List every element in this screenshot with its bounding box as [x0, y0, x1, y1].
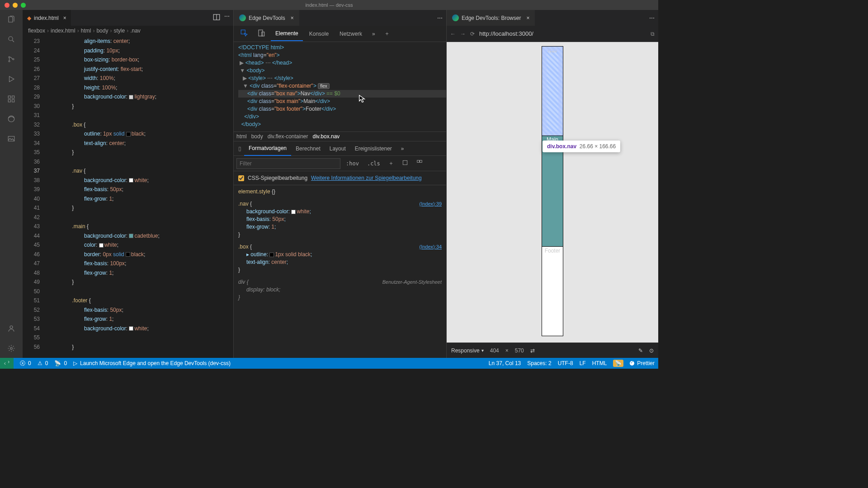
new-rule-icon[interactable]: ＋ [386, 159, 396, 168]
styles-tab-ereignis[interactable]: Ereignislistener [350, 142, 396, 155]
svg-point-10 [10, 326, 13, 328]
dom-tree[interactable]: <!DOCTYPE html> <html lang="en"> ▶ <head… [234, 42, 446, 131]
css-mirror-label: CSS-Spiegelbearbeitung [248, 175, 307, 181]
tab-network[interactable]: Netzwerk [335, 27, 367, 41]
search-icon[interactable] [5, 33, 17, 45]
css-mirror-checkbox[interactable] [238, 175, 244, 181]
activity-bar [0, 10, 23, 358]
viewport-width[interactable]: 404 [490, 347, 499, 354]
browser-panel: Edge DevTools: Browser × ⋯ ← → ⟳ http://… [447, 10, 658, 358]
close-icon[interactable]: × [291, 15, 294, 21]
prettier-status[interactable]: Prettier [630, 360, 655, 366]
editor-tab[interactable]: ◆ index.html × [23, 10, 71, 26]
settings-gear-icon[interactable] [5, 343, 17, 354]
split-editor-icon[interactable] [212, 13, 221, 23]
css-mirror-row: CSS-Spiegelbearbeitung Weitere Informati… [234, 171, 446, 185]
minimize-window[interactable] [13, 3, 18, 8]
maximize-window[interactable] [21, 3, 26, 8]
close-icon[interactable]: × [526, 15, 529, 21]
tab-console[interactable]: Konsole [305, 27, 333, 41]
more-tabs-icon[interactable]: » [368, 28, 379, 40]
styles-tab-berechnet[interactable]: Berechnet [291, 142, 325, 155]
svg-rect-5 [12, 96, 14, 98]
css-mirror-link[interactable]: Weitere Informationen zur Spiegelbearbei… [311, 175, 422, 181]
devtools-toolbar: Elemente Konsole Netzwerk » ＋ [234, 26, 446, 42]
drawer-icon[interactable]: ▯ [236, 145, 244, 152]
inspect-tooltip: div.box.nav 26.66 × 166.66 [542, 141, 620, 152]
account-icon[interactable] [5, 323, 17, 334]
hov-toggle[interactable]: :hov [343, 160, 362, 168]
device-toolbar: Responsive ▾ 404 × 570 ⇄ ✎ ⊙ [447, 343, 658, 358]
traffic-lights [0, 3, 26, 8]
styles-tab-formatvorlagen[interactable]: Formatvorlagen [244, 141, 291, 156]
editor-panel: ◆ index.html × ⋯ flexbox›index.html›html… [23, 10, 234, 358]
window-title: index.html — dev-css [305, 2, 353, 8]
close-tab-icon[interactable]: × [63, 15, 66, 21]
styles-tabs: ▯ Formatvorlagen Berechnet Layout Ereign… [234, 141, 446, 156]
launch-hint[interactable]: ▷ Launch Microsoft Edge and open the Edg… [73, 360, 231, 366]
code-editor[interactable]: 2324252627282930313233343536373839404142… [23, 36, 233, 358]
forward-icon[interactable]: → [460, 31, 466, 37]
encoding[interactable]: UTF-8 [558, 360, 573, 366]
computed-icon[interactable] [399, 159, 411, 168]
browser-tab[interactable]: Edge DevTools: Browser × [447, 10, 535, 26]
device-toggle-icon[interactable] [254, 26, 269, 41]
run-debug-icon[interactable] [5, 73, 17, 85]
styles-filter-input[interactable] [236, 158, 340, 169]
browser-toolbar: ← → ⟳ http://localhost:3000/ ⧉ [447, 26, 658, 42]
breadcrumb[interactable]: flexbox›index.html›html›body›style›.nav [23, 26, 233, 36]
svg-rect-4 [8, 96, 10, 98]
more-styles-tabs-icon[interactable]: » [396, 142, 409, 155]
preview-nav: Nav [542, 47, 563, 136]
port-indicator[interactable]: 📡 [613, 360, 623, 367]
tab-elements[interactable]: Elemente [271, 27, 303, 41]
edge-devtools-icon[interactable] [5, 113, 17, 125]
devtools-tab[interactable]: Edge DevTools × [234, 10, 299, 26]
edge-icon [239, 14, 246, 21]
svg-point-3 [13, 59, 14, 60]
close-window[interactable] [5, 3, 9, 8]
window-titlebar: index.html — dev-css [0, 0, 658, 10]
styles-tab-layout[interactable]: Layout [325, 142, 350, 155]
viewport-height[interactable]: 570 [515, 347, 524, 354]
problems-warnings[interactable]: ⚠ 0 [38, 360, 48, 366]
svg-rect-17 [417, 160, 420, 163]
url-bar[interactable]: http://localhost:3000/ [479, 30, 646, 37]
eol[interactable]: LF [580, 360, 586, 366]
extensions-icon[interactable] [5, 93, 17, 105]
svg-rect-6 [8, 100, 10, 102]
svg-rect-16 [403, 160, 407, 164]
tab-label: index.html [34, 15, 59, 21]
cursor-position[interactable]: Ln 37, Col 13 [489, 360, 521, 366]
more-actions-icon[interactable]: ⋯ [224, 13, 230, 23]
device-select[interactable]: Responsive ▾ [451, 347, 484, 354]
more-icon[interactable]: ⋯ [437, 15, 446, 21]
source-control-icon[interactable] [5, 53, 17, 65]
problems-errors[interactable]: ⓧ 0 [20, 360, 31, 367]
ports[interactable]: 📡 0 [54, 360, 67, 366]
options-icon[interactable]: ⊙ [649, 347, 654, 354]
rendered-page: Nav Main Footer [542, 47, 563, 336]
image-icon[interactable] [5, 133, 17, 145]
open-external-icon[interactable]: ⧉ [651, 31, 655, 37]
explorer-icon[interactable] [5, 14, 17, 25]
preview-footer: Footer [542, 247, 563, 336]
inspect-element-icon[interactable] [236, 26, 252, 41]
dom-breadcrumb[interactable]: htmlbodydiv.flex-containerdiv.box.nav [234, 131, 446, 141]
svg-rect-14 [259, 30, 263, 36]
reload-icon[interactable]: ⟳ [470, 31, 475, 37]
layout-icon[interactable] [414, 159, 425, 168]
svg-point-11 [10, 347, 13, 350]
editor-tabs: ◆ index.html × ⋯ [23, 10, 233, 26]
indent[interactable]: Spaces: 2 [527, 360, 551, 366]
styles-rules[interactable]: element.style {}(Index):39.nav {backgrou… [234, 185, 446, 358]
status-bar: ⓧ 0 ⚠ 0 📡 0 ▷ Launch Microsoft Edge and … [0, 358, 658, 369]
cls-toggle[interactable]: .cls [364, 160, 383, 168]
rotate-icon[interactable]: ⇄ [530, 347, 535, 354]
language-mode[interactable]: HTML [592, 360, 607, 366]
remote-indicator[interactable] [0, 358, 14, 369]
more-icon[interactable]: ⋯ [649, 15, 658, 21]
add-tab-icon[interactable]: ＋ [381, 27, 393, 40]
screenshot-icon[interactable]: ✎ [638, 347, 643, 354]
back-icon[interactable]: ← [450, 31, 456, 37]
